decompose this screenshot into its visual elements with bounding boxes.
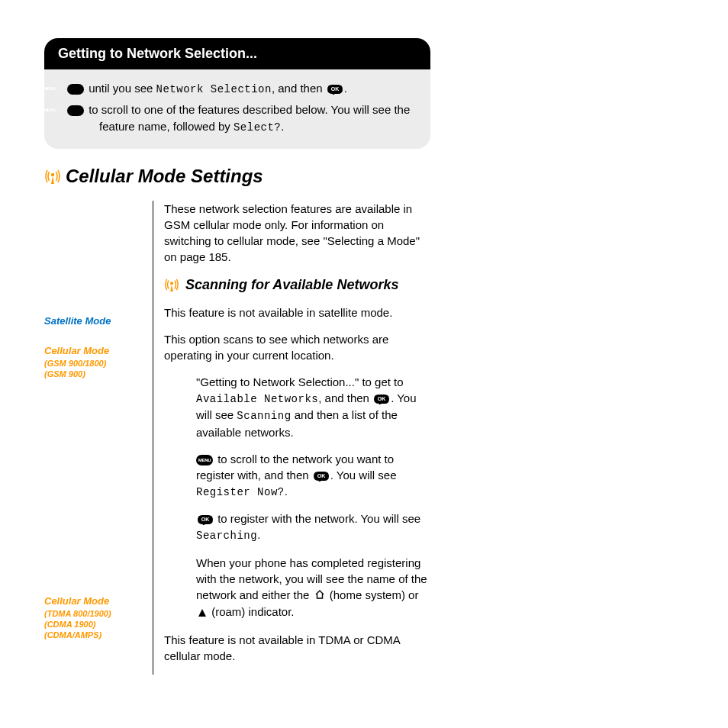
cellular-mode-sub1a: (GSM 900/1800)	[44, 358, 145, 369]
header-title: Getting to Network Selection...	[58, 46, 257, 61]
p1-b: , and then	[318, 391, 372, 404]
antenna-icon	[44, 168, 61, 185]
step-p3: OK to register with the network. You wil…	[196, 511, 430, 544]
cellular-note: This option scans to see which networks …	[164, 331, 430, 363]
svg-text:OK: OK	[317, 473, 326, 478]
svg-text:OK: OK	[378, 396, 386, 401]
step2-select: Select?	[234, 121, 281, 134]
step1-text-a: until you see	[85, 82, 156, 95]
svg-text:OK: OK	[331, 86, 340, 92]
cellular-mode-sub2a: (TDMA 800/1900)	[44, 608, 145, 619]
svg-text:OK: OK	[201, 517, 210, 522]
sub-heading-text: Scanning for Available Networks	[185, 275, 398, 295]
ok-icon: OK	[327, 84, 343, 95]
p3-b: .	[257, 528, 260, 541]
p2-register: Register Now?	[196, 486, 285, 498]
menu-icon	[196, 455, 213, 465]
content-row: Satellite Mode Cellular Mode (GSM 900/18…	[44, 201, 430, 675]
cellular-mode-label-1: Cellular Mode	[44, 345, 145, 358]
ok-icon: OK	[313, 471, 330, 482]
ok-icon: OK	[373, 394, 390, 404]
svg-point-2	[170, 282, 173, 285]
instruction-box: until you see Network Selection, and the…	[44, 69, 430, 149]
step1-network-selection: Network Selection	[156, 83, 272, 95]
cellular-mode-sub2c: (CDMA/AMPS)	[44, 630, 145, 640]
antenna-icon	[164, 277, 181, 294]
roam-icon	[198, 605, 207, 621]
p3-a: to register with the network. You will s…	[214, 512, 420, 525]
sub-heading: Scanning for Available Networks	[164, 275, 430, 295]
cellular-mode-sub1b: (GSM 900)	[44, 369, 145, 379]
section-title: Cellular Mode Settings	[44, 166, 430, 187]
cellular-mode-sub2b: (CDMA 1900)	[44, 619, 145, 630]
steps-block: "Getting to Network Selection..." to get…	[196, 374, 430, 621]
step2-text-b: .	[281, 120, 284, 133]
tdma-note: This feature is not available in TDMA or…	[164, 632, 430, 664]
step-p4: When your phone has completed registerin…	[196, 555, 430, 621]
satellite-note: This feature is not available in satelli…	[164, 304, 430, 321]
p4-home: (home system) or	[327, 588, 419, 601]
intro-paragraph: These network selection features are ava…	[164, 201, 430, 265]
satellite-mode-label: Satellite Mode	[44, 315, 145, 328]
p1-a: "Getting to Network Selection..." to get…	[196, 375, 404, 388]
main-column: These network selection features are ava…	[153, 201, 430, 675]
step-p1: "Getting to Network Selection..." to get…	[196, 374, 430, 440]
svg-point-1	[51, 173, 54, 176]
p4-roam: (roam) indicator.	[208, 605, 295, 618]
section-title-text: Cellular Mode Settings	[66, 166, 263, 187]
step1-text-b: , and then	[272, 82, 326, 95]
step-p2: to scroll to the network you want to reg…	[196, 451, 430, 501]
p1-available: Available Networks	[196, 393, 318, 405]
ok-icon: OK	[197, 514, 214, 525]
menu-icon	[67, 105, 84, 116]
p2-b: . You will see	[330, 469, 397, 482]
sidebar: Satellite Mode Cellular Mode (GSM 900/18…	[44, 201, 153, 675]
menu-icon	[67, 84, 84, 95]
header-box: Getting to Network Selection...	[44, 38, 430, 69]
home-icon	[314, 588, 325, 604]
p1-scanning: Scanning	[237, 410, 291, 422]
cellular-mode-label-2: Cellular Mode	[44, 595, 145, 608]
p3-searching: Searching	[196, 530, 257, 542]
p2-c: .	[285, 485, 288, 498]
